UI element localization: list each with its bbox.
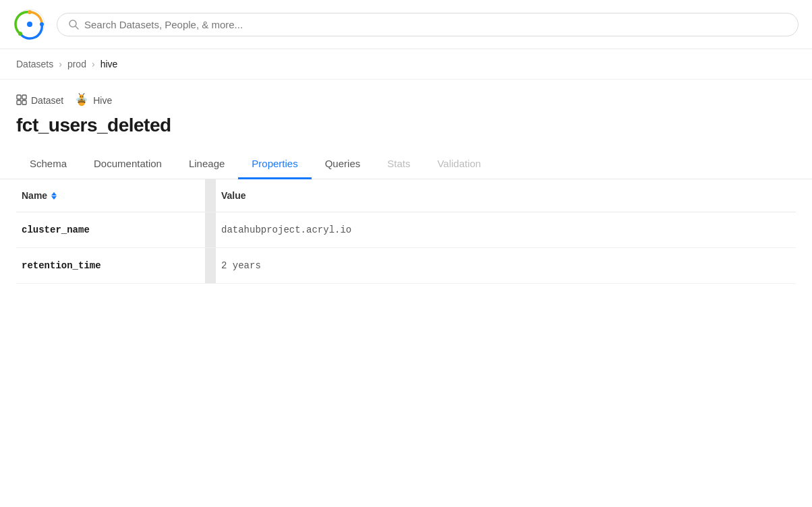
svg-point-16 bbox=[84, 93, 84, 94]
top-nav bbox=[0, 0, 812, 49]
properties-table: Name Value cluster_name datahubproject.a… bbox=[16, 179, 796, 284]
svg-line-6 bbox=[76, 26, 78, 29]
prop-value-cluster: datahubproject.acryl.io bbox=[216, 212, 796, 248]
svg-point-19 bbox=[80, 96, 81, 97]
svg-point-1 bbox=[27, 22, 32, 27]
dataset-header: Dataset bbox=[0, 80, 812, 136]
svg-point-3 bbox=[40, 22, 44, 26]
svg-rect-8 bbox=[22, 95, 26, 99]
tab-validation: Validation bbox=[424, 150, 494, 179]
hive-platform-icon bbox=[74, 93, 89, 108]
logo[interactable] bbox=[13, 8, 46, 40]
breadcrumb: Datasets › prod › hive bbox=[0, 49, 812, 80]
tab-documentation[interactable]: Documentation bbox=[80, 150, 175, 179]
search-input[interactable] bbox=[84, 19, 787, 30]
svg-point-4 bbox=[18, 32, 22, 36]
svg-point-20 bbox=[82, 96, 83, 97]
properties-section: Name Value cluster_name datahubproject.a… bbox=[0, 179, 812, 284]
dataset-type-icon bbox=[16, 94, 27, 107]
breadcrumb-sep-2: › bbox=[92, 59, 95, 69]
platform-badge[interactable]: Hive bbox=[74, 93, 112, 108]
col-divider-row1 bbox=[205, 212, 216, 248]
breadcrumb-datasets[interactable]: Datasets bbox=[16, 59, 53, 69]
svg-point-2 bbox=[28, 10, 32, 14]
col-divider-row2 bbox=[205, 248, 216, 284]
tab-lineage[interactable]: Lineage bbox=[175, 150, 238, 179]
col-name-header[interactable]: Name bbox=[16, 179, 205, 212]
svg-rect-7 bbox=[17, 95, 21, 99]
dataset-type-label: Dataset bbox=[31, 95, 63, 106]
table-row: cluster_name datahubproject.acryl.io bbox=[16, 212, 796, 248]
breadcrumb-current: hive bbox=[100, 59, 118, 69]
tab-stats: Stats bbox=[374, 150, 424, 179]
prop-name-cluster: cluster_name bbox=[16, 212, 205, 248]
prop-name-retention: retention_time bbox=[16, 248, 205, 284]
tab-schema[interactable]: Schema bbox=[16, 150, 80, 179]
dataset-name: fct_users_deleted bbox=[16, 115, 796, 136]
dataset-meta: Dataset bbox=[16, 93, 796, 108]
platform-label: Hive bbox=[93, 95, 112, 106]
col-divider bbox=[205, 179, 216, 212]
tab-queries[interactable]: Queries bbox=[312, 150, 374, 179]
dataset-type: Dataset bbox=[16, 94, 63, 107]
prop-value-retention: 2 years bbox=[216, 248, 796, 284]
col-value-header: Value bbox=[216, 179, 796, 212]
breadcrumb-prod[interactable]: prod bbox=[67, 59, 86, 69]
search-bar[interactable] bbox=[57, 13, 799, 36]
tab-properties[interactable]: Properties bbox=[238, 150, 311, 179]
breadcrumb-sep-1: › bbox=[59, 59, 62, 69]
svg-rect-9 bbox=[17, 100, 21, 105]
svg-rect-10 bbox=[22, 100, 26, 105]
tabs: Schema Documentation Lineage Properties … bbox=[0, 150, 812, 179]
search-icon bbox=[68, 19, 79, 30]
sort-icon[interactable] bbox=[51, 192, 57, 200]
table-row: retention_time 2 years bbox=[16, 248, 796, 284]
svg-point-14 bbox=[79, 93, 80, 94]
